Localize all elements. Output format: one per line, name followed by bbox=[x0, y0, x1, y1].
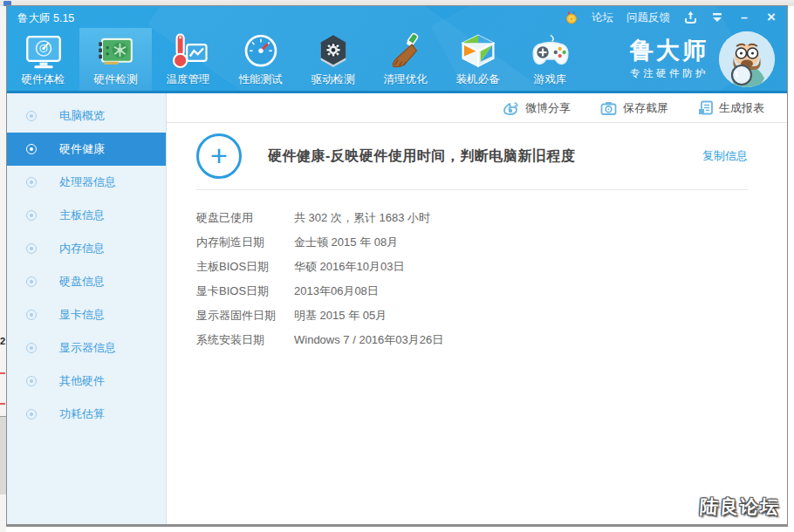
cube-icon bbox=[456, 31, 500, 74]
minimize-button[interactable]: – bbox=[737, 10, 751, 24]
radio-icon bbox=[26, 177, 37, 188]
tab-pc-builder[interactable]: 装机必备 bbox=[441, 28, 514, 91]
radio-icon bbox=[26, 111, 37, 121]
main-nav: 硬件体检 bbox=[7, 28, 787, 91]
background-fragment-mark bbox=[0, 403, 5, 405]
speedometer-icon bbox=[239, 31, 283, 74]
action-bar: 微博分享 保存截屏 bbox=[167, 93, 787, 123]
tab-benchmark[interactable]: 性能测试 bbox=[224, 28, 297, 91]
radio-icon bbox=[26, 376, 37, 386]
tab-label: 硬件体检 bbox=[22, 72, 65, 87]
sidebar-item-pc-overview[interactable]: 电脑概览 bbox=[7, 99, 166, 133]
content-area: 微博分享 保存截屏 bbox=[167, 93, 787, 524]
panel-title: 硬件健康-反映硬件使用时间，判断电脑新旧程度 bbox=[268, 147, 575, 166]
sidebar-item-motherboard-info[interactable]: 主板信息 bbox=[7, 199, 166, 232]
radio-icon bbox=[26, 210, 37, 221]
brand-slogan: 专注硬件防护 bbox=[630, 67, 708, 80]
info-row-disk-usage: 硬盘已使用 共 302 次，累计 1683 小时 bbox=[196, 206, 748, 230]
tab-label: 清理优化 bbox=[384, 72, 428, 87]
tab-label: 驱动检测 bbox=[311, 72, 355, 87]
background-window-left-sliver: 2 bbox=[0, 6, 6, 532]
background-fragment-panel bbox=[0, 416, 6, 494]
generate-report-button[interactable]: 生成报表 bbox=[698, 100, 764, 116]
sidebar-item-memory-info[interactable]: 内存信息 bbox=[7, 232, 166, 265]
info-row-monitor-firmware-date: 显示器固件日期 明基 2015 年 05月 bbox=[196, 304, 748, 328]
titlebar[interactable]: 鲁大师 5.15 论坛 问题反馈 bbox=[7, 6, 787, 28]
sidebar-item-other-hardware[interactable]: 其他硬件 bbox=[7, 365, 166, 398]
tab-label: 硬件检测 bbox=[94, 72, 138, 87]
sidebar-item-power-estimate[interactable]: 功耗估算 bbox=[7, 398, 166, 431]
monitor-radar-icon bbox=[22, 31, 65, 74]
info-row-gpu-bios-date: 显卡BIOS日期 2013年06月08日 bbox=[196, 279, 748, 304]
forum-link[interactable]: 论坛 bbox=[592, 10, 613, 25]
gear-hexnut-icon bbox=[311, 31, 355, 74]
app-window: 鲁大师 5.15 论坛 问题反馈 bbox=[6, 5, 788, 527]
radio-icon bbox=[26, 243, 37, 254]
tab-label: 装机必备 bbox=[456, 72, 500, 87]
sidebar-item-hardware-health[interactable]: 硬件健康 bbox=[7, 133, 166, 166]
close-button[interactable]: × bbox=[764, 10, 778, 24]
thermometer-chart-icon bbox=[167, 31, 210, 74]
tab-game-library[interactable]: 游戏库 bbox=[514, 28, 586, 91]
background-fragment-text: 2 bbox=[0, 336, 6, 346]
app-title: 鲁大师 5.15 bbox=[17, 11, 74, 26]
sidebar: 电脑概览 硬件健康 处理器信息 主板信息 内存信息 硬盘信息 bbox=[7, 93, 167, 524]
sidebar-item-cpu-info[interactable]: 处理器信息 bbox=[7, 166, 166, 199]
sidebar-item-monitor-info[interactable]: 显示器信息 bbox=[7, 331, 166, 365]
hardware-health-panel: + 硬件健康-反映硬件使用时间，判断电脑新旧程度 复制信息 硬盘已使用 共 30… bbox=[167, 123, 787, 524]
info-row-mobo-bios-date: 主板BIOS日期 华硕 2016年10月03日 bbox=[196, 255, 748, 279]
weibo-share-button[interactable]: 微博分享 bbox=[503, 100, 571, 116]
main-menu-icon[interactable] bbox=[710, 10, 724, 24]
sidebar-item-disk-info[interactable]: 硬盘信息 bbox=[7, 265, 166, 298]
medal-icon[interactable] bbox=[565, 10, 578, 24]
info-row-memory-date: 内存制造日期 金士顿 2015 年 08月 bbox=[196, 230, 748, 255]
background-fragment-mark bbox=[0, 372, 5, 374]
tab-cleanup[interactable]: 清理优化 bbox=[369, 28, 441, 91]
tab-label: 游戏库 bbox=[534, 72, 567, 87]
mascot-avatar bbox=[719, 31, 775, 87]
radio-icon bbox=[26, 409, 37, 419]
gpu-card-icon bbox=[94, 31, 138, 74]
report-icon bbox=[698, 100, 713, 115]
info-row-os-install-date: 系统安装日期 Windows 7 / 2016年03月26日 bbox=[196, 328, 748, 352]
radio-icon bbox=[26, 144, 37, 154]
tab-hardware-checkup[interactable]: 硬件体检 bbox=[7, 28, 79, 91]
save-screenshot-button[interactable]: 保存截屏 bbox=[600, 100, 668, 116]
tab-label: 温度管理 bbox=[167, 72, 210, 87]
copy-info-link[interactable]: 复制信息 bbox=[702, 148, 748, 164]
brand-block: 鲁大师 专注硬件防护 bbox=[630, 28, 787, 91]
plus-circle-button[interactable]: + bbox=[196, 133, 242, 179]
broom-icon bbox=[384, 31, 428, 74]
brand-logo-text: 鲁大师 bbox=[630, 38, 708, 65]
panel-header: + 硬件健康-反映硬件使用时间，判断电脑新旧程度 复制信息 bbox=[196, 123, 748, 189]
sidebar-item-gpu-info[interactable]: 显卡信息 bbox=[7, 298, 166, 331]
tab-label: 性能测试 bbox=[239, 72, 283, 87]
info-rows: 硬盘已使用 共 302 次，累计 1683 小时 内存制造日期 金士顿 2015… bbox=[196, 206, 748, 352]
camera-icon bbox=[600, 101, 617, 115]
tab-hardware-detect[interactable]: 硬件检测 bbox=[79, 28, 152, 91]
forum-watermark: 陆良论坛 bbox=[699, 494, 781, 519]
app-header: 鲁大师 5.15 论坛 问题反馈 bbox=[7, 6, 787, 93]
weibo-icon bbox=[503, 100, 519, 115]
plus-icon: + bbox=[210, 140, 228, 170]
radio-icon bbox=[26, 343, 37, 353]
share-desktop-icon[interactable] bbox=[683, 10, 697, 24]
gamepad-icon bbox=[529, 31, 572, 74]
header-divider bbox=[196, 189, 748, 190]
radio-icon bbox=[26, 276, 37, 287]
radio-icon bbox=[26, 310, 37, 320]
tab-temperature[interactable]: 温度管理 bbox=[152, 28, 224, 91]
tab-driver-detect[interactable]: 驱动检测 bbox=[297, 28, 369, 91]
feedback-link[interactable]: 问题反馈 bbox=[626, 10, 670, 25]
